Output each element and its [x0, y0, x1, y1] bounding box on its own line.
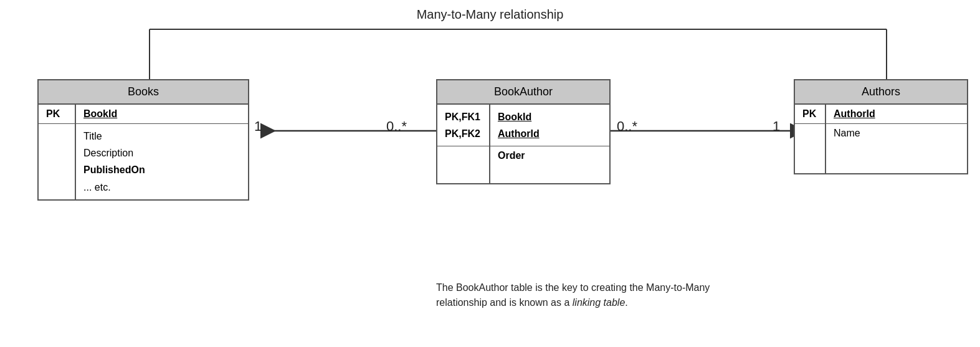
books-pk-label: PK	[38, 104, 75, 124]
authors-authorid: AuthorId	[825, 104, 968, 124]
books-table: Books PK BookId Title Description Publis…	[37, 79, 249, 201]
note-line2-italic: linking table	[573, 297, 626, 308]
bookauthor-ids: BookIdAuthorId	[490, 104, 610, 146]
books-pk-empty	[38, 124, 75, 200]
authors-row-name: Name	[794, 124, 968, 174]
bookauthor-order: Order	[490, 146, 610, 184]
bookauthor-table: BookAuthor PK,FK1 PK,FK2 BookIdAuthorId …	[436, 79, 611, 184]
books-row-fields: Title Description PublishedOn ... etc.	[38, 124, 249, 200]
bookauthor-row-pk: PK,FK1 PK,FK2 BookIdAuthorId	[437, 104, 610, 146]
many-to-many-label: Many-to-Many relationship	[417, 7, 564, 22]
note-line2-end: .	[625, 297, 627, 308]
bookauthor-pk-labels: PK,FK1 PK,FK2	[437, 104, 490, 146]
mult-bookauthor-left: 0..*	[386, 118, 407, 135]
books-header: Books	[38, 80, 249, 104]
authors-name: Name	[825, 124, 968, 174]
note-line2-start: relationship and is known as a	[436, 297, 573, 308]
note-line1: The BookAuthor table is the key to creat…	[436, 282, 710, 293]
note-text: The BookAuthor table is the key to creat…	[436, 280, 710, 310]
books-bookid: BookId	[75, 104, 249, 124]
authors-row-pk: PK AuthorId	[794, 104, 968, 124]
authors-header: Authors	[794, 80, 968, 104]
diagram-container: Many-to-Many relationship Books PK BookI…	[0, 0, 980, 347]
authors-name-pk	[794, 124, 825, 174]
bookauthor-row-order: Order	[437, 146, 610, 184]
books-fields: Title Description PublishedOn ... etc.	[75, 124, 249, 200]
bookauthor-order-pk	[437, 146, 490, 184]
bookauthor-header: BookAuthor	[437, 80, 610, 104]
authors-pk-label: PK	[794, 104, 825, 124]
mult-authors-one: 1	[773, 118, 780, 135]
mult-bookauthor-right: 0..*	[617, 118, 637, 135]
books-row-pk: PK BookId	[38, 104, 249, 124]
mult-books-one: 1	[254, 118, 262, 135]
authors-table: Authors PK AuthorId Name	[794, 79, 968, 174]
